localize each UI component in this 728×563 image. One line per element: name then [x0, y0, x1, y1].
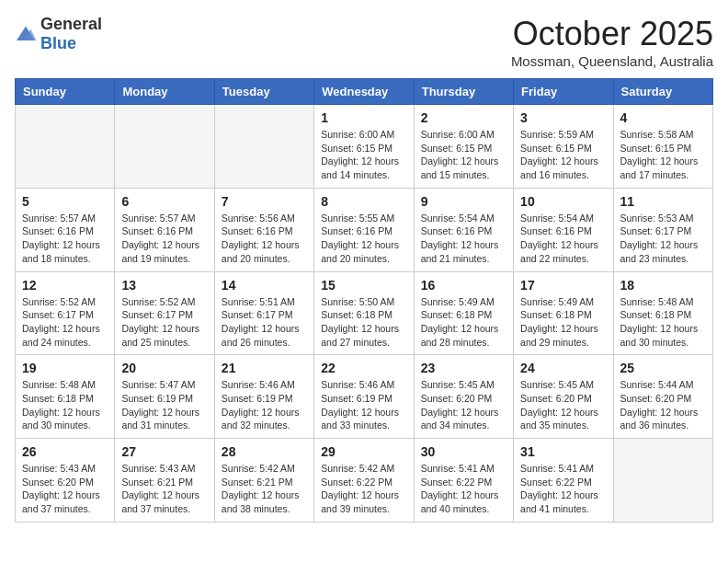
day-info: Sunrise: 5:50 AM Sunset: 6:18 PM Dayligh…	[321, 295, 406, 350]
day-number: 3	[520, 110, 606, 125]
day-info: Sunrise: 6:00 AM Sunset: 6:15 PM Dayligh…	[321, 128, 406, 182]
calendar-cell: 5Sunrise: 5:57 AM Sunset: 6:16 PM Daylig…	[16, 188, 115, 271]
calendar-week-row: 1Sunrise: 6:00 AM Sunset: 6:15 PM Daylig…	[16, 105, 713, 189]
column-header-monday: Monday	[115, 79, 214, 105]
day-info: Sunrise: 5:43 AM Sunset: 6:21 PM Dayligh…	[121, 462, 207, 516]
day-info: Sunrise: 6:00 AM Sunset: 6:15 PM Dayligh…	[421, 128, 506, 182]
day-info: Sunrise: 5:48 AM Sunset: 6:18 PM Dayligh…	[620, 295, 706, 350]
day-number: 7	[222, 194, 307, 209]
day-number: 9	[421, 194, 506, 209]
calendar-cell: 29Sunrise: 5:42 AM Sunset: 6:22 PM Dayli…	[314, 439, 414, 523]
location-subtitle: Mossman, Queensland, Australia	[511, 53, 713, 69]
day-info: Sunrise: 5:49 AM Sunset: 6:18 PM Dayligh…	[421, 295, 506, 350]
column-header-saturday: Saturday	[613, 79, 712, 105]
day-info: Sunrise: 5:53 AM Sunset: 6:17 PM Dayligh…	[620, 212, 706, 266]
day-number: 1	[321, 110, 406, 125]
day-info: Sunrise: 5:54 AM Sunset: 6:16 PM Dayligh…	[421, 212, 506, 266]
column-header-sunday: Sunday	[16, 79, 115, 105]
day-number: 14	[222, 278, 307, 293]
day-number: 11	[620, 194, 706, 209]
calendar-cell: 27Sunrise: 5:43 AM Sunset: 6:21 PM Dayli…	[115, 439, 214, 523]
calendar-cell: 23Sunrise: 5:45 AM Sunset: 6:20 PM Dayli…	[414, 355, 513, 439]
day-info: Sunrise: 5:55 AM Sunset: 6:16 PM Dayligh…	[321, 212, 406, 266]
day-number: 28	[222, 444, 307, 459]
calendar-cell	[115, 105, 214, 189]
logo-blue: Blue	[40, 34, 76, 52]
day-number: 23	[421, 361, 506, 375]
calendar-week-row: 19Sunrise: 5:48 AM Sunset: 6:18 PM Dayli…	[16, 355, 713, 439]
calendar-cell: 4Sunrise: 5:58 AM Sunset: 6:15 PM Daylig…	[613, 105, 712, 189]
day-info: Sunrise: 5:41 AM Sunset: 6:22 PM Dayligh…	[520, 462, 606, 516]
day-number: 30	[421, 444, 506, 459]
logo-general: General	[40, 15, 102, 33]
calendar-cell: 2Sunrise: 6:00 AM Sunset: 6:15 PM Daylig…	[414, 105, 513, 189]
calendar-cell: 19Sunrise: 5:48 AM Sunset: 6:18 PM Dayli…	[16, 355, 115, 439]
calendar-cell: 28Sunrise: 5:42 AM Sunset: 6:21 PM Dayli…	[214, 439, 313, 523]
day-info: Sunrise: 5:58 AM Sunset: 6:15 PM Dayligh…	[620, 128, 706, 182]
day-info: Sunrise: 5:46 AM Sunset: 6:19 PM Dayligh…	[321, 378, 406, 432]
day-info: Sunrise: 5:41 AM Sunset: 6:22 PM Dayligh…	[421, 462, 506, 516]
day-number: 8	[321, 194, 406, 209]
calendar-cell: 8Sunrise: 5:55 AM Sunset: 6:16 PM Daylig…	[314, 188, 414, 271]
day-info: Sunrise: 5:51 AM Sunset: 6:17 PM Dayligh…	[222, 295, 307, 350]
day-info: Sunrise: 5:52 AM Sunset: 6:17 PM Dayligh…	[121, 295, 207, 350]
calendar-header-row: SundayMondayTuesdayWednesdayThursdayFrid…	[16, 79, 713, 105]
day-number: 22	[321, 361, 406, 375]
day-number: 26	[22, 444, 108, 459]
calendar-table: SundayMondayTuesdayWednesdayThursdayFrid…	[15, 78, 713, 523]
day-info: Sunrise: 5:59 AM Sunset: 6:15 PM Dayligh…	[520, 128, 606, 182]
calendar-cell: 17Sunrise: 5:49 AM Sunset: 6:18 PM Dayli…	[514, 271, 613, 355]
day-info: Sunrise: 5:54 AM Sunset: 6:16 PM Dayligh…	[520, 212, 606, 266]
calendar-cell: 6Sunrise: 5:57 AM Sunset: 6:16 PM Daylig…	[115, 188, 214, 271]
calendar-cell: 26Sunrise: 5:43 AM Sunset: 6:20 PM Dayli…	[16, 439, 115, 523]
calendar-cell: 18Sunrise: 5:48 AM Sunset: 6:18 PM Dayli…	[613, 271, 712, 355]
calendar-week-row: 12Sunrise: 5:52 AM Sunset: 6:17 PM Dayli…	[16, 271, 713, 355]
logo: General Blue	[15, 15, 102, 53]
column-header-friday: Friday	[514, 79, 613, 105]
title-block: October 2025 Mossman, Queensland, Austra…	[511, 15, 713, 69]
day-number: 13	[121, 278, 207, 293]
day-info: Sunrise: 5:57 AM Sunset: 6:16 PM Dayligh…	[22, 212, 108, 266]
calendar-week-row: 5Sunrise: 5:57 AM Sunset: 6:16 PM Daylig…	[16, 188, 713, 271]
calendar-cell: 9Sunrise: 5:54 AM Sunset: 6:16 PM Daylig…	[414, 188, 513, 271]
generalblue-logo-icon	[15, 25, 37, 43]
calendar-cell: 20Sunrise: 5:47 AM Sunset: 6:19 PM Dayli…	[115, 355, 214, 439]
day-number: 17	[520, 278, 606, 293]
day-info: Sunrise: 5:48 AM Sunset: 6:18 PM Dayligh…	[22, 378, 108, 432]
day-number: 21	[222, 361, 307, 375]
calendar-cell: 11Sunrise: 5:53 AM Sunset: 6:17 PM Dayli…	[613, 188, 712, 271]
day-number: 19	[22, 361, 108, 375]
calendar-cell: 7Sunrise: 5:56 AM Sunset: 6:16 PM Daylig…	[214, 188, 313, 271]
month-title: October 2025	[511, 15, 713, 53]
column-header-tuesday: Tuesday	[214, 79, 313, 105]
calendar-cell: 16Sunrise: 5:49 AM Sunset: 6:18 PM Dayli…	[414, 271, 513, 355]
day-number: 4	[620, 110, 706, 125]
calendar-cell: 30Sunrise: 5:41 AM Sunset: 6:22 PM Dayli…	[414, 439, 513, 523]
calendar-cell: 24Sunrise: 5:45 AM Sunset: 6:20 PM Dayli…	[514, 355, 613, 439]
day-info: Sunrise: 5:56 AM Sunset: 6:16 PM Dayligh…	[222, 212, 307, 266]
day-number: 5	[22, 194, 108, 209]
calendar-week-row: 26Sunrise: 5:43 AM Sunset: 6:20 PM Dayli…	[16, 439, 713, 523]
logo-text: General Blue	[40, 15, 102, 53]
calendar-cell	[214, 105, 313, 189]
page-header: General Blue October 2025 Mossman, Queen…	[15, 15, 713, 69]
calendar-cell: 22Sunrise: 5:46 AM Sunset: 6:19 PM Dayli…	[314, 355, 414, 439]
calendar-cell: 13Sunrise: 5:52 AM Sunset: 6:17 PM Dayli…	[115, 271, 214, 355]
calendar-cell: 14Sunrise: 5:51 AM Sunset: 6:17 PM Dayli…	[214, 271, 313, 355]
calendar-cell: 3Sunrise: 5:59 AM Sunset: 6:15 PM Daylig…	[514, 105, 613, 189]
calendar-cell: 21Sunrise: 5:46 AM Sunset: 6:19 PM Dayli…	[214, 355, 313, 439]
day-number: 16	[421, 278, 506, 293]
day-info: Sunrise: 5:43 AM Sunset: 6:20 PM Dayligh…	[22, 462, 108, 516]
day-info: Sunrise: 5:52 AM Sunset: 6:17 PM Dayligh…	[22, 295, 108, 350]
calendar-cell: 31Sunrise: 5:41 AM Sunset: 6:22 PM Dayli…	[514, 439, 613, 523]
day-number: 2	[421, 110, 506, 125]
day-info: Sunrise: 5:46 AM Sunset: 6:19 PM Dayligh…	[222, 378, 307, 432]
day-info: Sunrise: 5:47 AM Sunset: 6:19 PM Dayligh…	[121, 378, 207, 432]
day-number: 20	[121, 361, 207, 375]
day-info: Sunrise: 5:44 AM Sunset: 6:20 PM Dayligh…	[620, 378, 706, 432]
day-number: 31	[520, 444, 606, 459]
calendar-cell: 10Sunrise: 5:54 AM Sunset: 6:16 PM Dayli…	[514, 188, 613, 271]
day-number: 10	[520, 194, 606, 209]
day-number: 24	[520, 361, 606, 375]
calendar-cell: 12Sunrise: 5:52 AM Sunset: 6:17 PM Dayli…	[16, 271, 115, 355]
